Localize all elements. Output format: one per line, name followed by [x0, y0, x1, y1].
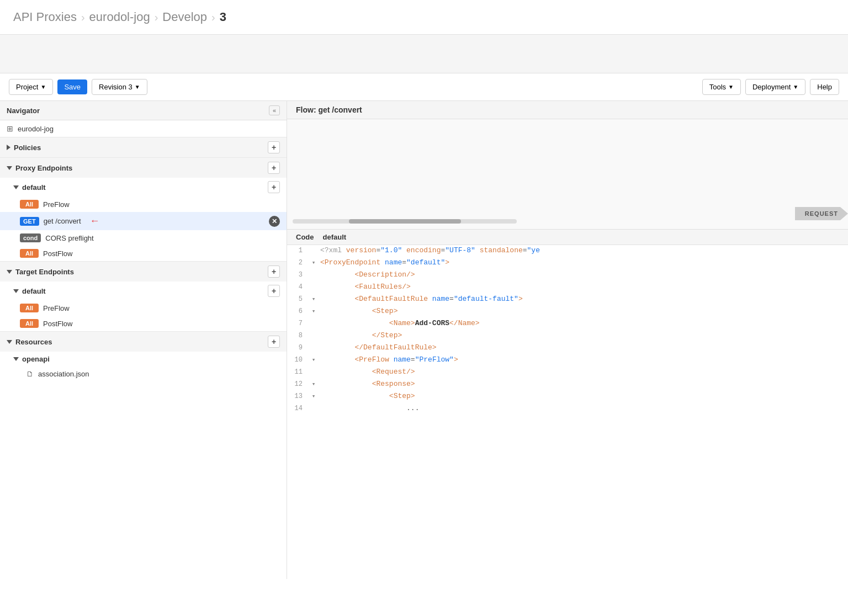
- policies-expand-icon: [7, 145, 10, 150]
- add-policy-button[interactable]: +: [268, 141, 280, 153]
- tools-button[interactable]: Tools ▼: [702, 79, 741, 95]
- file-item-association-json[interactable]: 🗋 association.json: [0, 367, 287, 381]
- deployment-button[interactable]: Deployment ▼: [745, 79, 805, 95]
- nav-section-policies[interactable]: Policies +: [0, 137, 287, 157]
- proxy-endpoints-expand-icon: [7, 166, 12, 170]
- openapi-expand-icon: [13, 357, 19, 361]
- navigator-title: Navigator: [7, 107, 40, 115]
- flow-header: Flow: get /convert: [287, 101, 848, 119]
- breadcrumb-develop[interactable]: Develop: [162, 10, 207, 24]
- code-panel: Flow: get /convert REQUEST Code default …: [287, 101, 848, 579]
- save-button[interactable]: Save: [57, 79, 87, 94]
- nav-openapi[interactable]: openapi: [0, 352, 287, 367]
- proxy-postflow-label: PostFlow: [43, 249, 72, 258]
- code-line-6: 6 ▾ <Step>: [287, 306, 848, 318]
- nav-proxy-default[interactable]: default +: [0, 178, 287, 197]
- horizontal-scrollbar[interactable]: [293, 219, 517, 224]
- badge-all-target-postflow: All: [20, 319, 39, 328]
- proxy-preflow-label: PreFlow: [43, 200, 70, 209]
- resources-expand-icon: [7, 340, 12, 344]
- flow-item-proxy-preflow[interactable]: All PreFlow: [0, 197, 287, 212]
- tools-caret: ▼: [728, 84, 734, 90]
- nav-section-proxy-endpoints[interactable]: Proxy Endpoints +: [0, 157, 287, 178]
- toolbar: Project ▼ Save Revision 3 ▼ Tools ▼ Depl…: [0, 73, 848, 101]
- target-default-expand-icon: [13, 289, 19, 293]
- deployment-caret: ▼: [793, 84, 798, 90]
- code-line-7: 7 <Name>Add-CORS</Name>: [287, 318, 848, 330]
- add-proxy-default-button[interactable]: +: [268, 181, 280, 193]
- cors-preflight-label: CORS preflight: [45, 234, 93, 242]
- badge-cond: cond: [20, 233, 41, 242]
- flow-item-target-postflow[interactable]: All PostFlow: [0, 316, 287, 331]
- flow-item-cors[interactable]: cond CORS preflight: [0, 230, 287, 246]
- badge-all-target-preflow: All: [20, 304, 39, 312]
- badge-get: GET: [20, 217, 39, 226]
- breadcrumb: API Proxies › eurodol-jog › Develop › 3: [0, 0, 848, 35]
- code-label: Code: [296, 233, 314, 241]
- breadcrumb-sep-2: ›: [155, 11, 158, 24]
- code-line-5: 5 ▾ <DefaultFaultRule name="default-faul…: [287, 294, 848, 306]
- association-json-label: association.json: [38, 370, 89, 378]
- revision-caret: ▼: [135, 84, 140, 90]
- grid-icon: ⊞: [7, 124, 13, 133]
- code-header: Code default: [287, 230, 848, 245]
- code-line-1: 1 <?xml version="1.0" encoding="UTF-8" s…: [287, 245, 848, 257]
- scrollbar-thumb: [349, 219, 461, 224]
- code-line-10: 10 ▾ <PreFlow name="PreFlow">: [287, 354, 848, 367]
- code-line-4: 4 <FaultRules/>: [287, 282, 848, 294]
- project-caret: ▼: [40, 84, 46, 90]
- project-button[interactable]: Project ▼: [9, 79, 53, 95]
- target-preflow-label: PreFlow: [43, 304, 70, 312]
- request-label: REQUEST: [795, 207, 848, 220]
- code-line-2: 2 ▾ <ProxyEndpoint name="default">: [287, 257, 848, 269]
- breadcrumb-revision-number: 3: [220, 10, 226, 24]
- close-button[interactable]: ✕: [269, 216, 280, 227]
- code-line-14: 14 ...: [287, 403, 848, 415]
- code-body[interactable]: 1 <?xml version="1.0" encoding="UTF-8" s…: [287, 245, 848, 579]
- code-line-12: 12 ▾ <Response>: [287, 379, 848, 391]
- badge-all-preflow: All: [20, 200, 39, 209]
- flow-item-proxy-postflow[interactable]: All PostFlow: [0, 246, 287, 261]
- add-target-default-button[interactable]: +: [268, 285, 280, 297]
- navigator-collapse-button[interactable]: «: [269, 105, 280, 115]
- code-line-3: 3 <Description/>: [287, 269, 848, 282]
- add-target-endpoint-button[interactable]: +: [268, 265, 280, 278]
- nav-section-target-endpoints[interactable]: Target Endpoints +: [0, 261, 287, 282]
- flow-diagram: REQUEST: [287, 119, 848, 230]
- gray-bar: [0, 35, 848, 73]
- file-icon: 🗋: [26, 370, 34, 378]
- code-line-11: 11 <Request/>: [287, 367, 848, 379]
- breadcrumb-sep-3: ›: [211, 11, 215, 24]
- navigator-header: Navigator «: [0, 101, 287, 120]
- breadcrumb-eurodol-jog[interactable]: eurodol-jog: [89, 10, 150, 24]
- breadcrumb-sep-1: ›: [81, 11, 85, 24]
- proxy-default-expand-icon: [13, 185, 19, 189]
- flow-item-target-preflow[interactable]: All PreFlow: [0, 300, 287, 316]
- default-label: default: [323, 233, 347, 241]
- get-convert-label: get /convert: [44, 217, 81, 225]
- badge-all-postflow: All: [20, 249, 39, 258]
- code-line-13: 13 ▾ <Step>: [287, 391, 848, 403]
- target-postflow-label: PostFlow: [43, 320, 72, 328]
- add-resource-button[interactable]: +: [268, 336, 280, 348]
- target-endpoints-expand-icon: [7, 270, 12, 274]
- navigator-proxy-name[interactable]: ⊞ eurodol-jog: [0, 120, 287, 137]
- code-line-9: 9 </DefaultFaultRule>: [287, 342, 848, 354]
- nav-target-default[interactable]: default +: [0, 282, 287, 300]
- help-button[interactable]: Help: [810, 79, 839, 95]
- add-proxy-endpoint-button[interactable]: +: [268, 162, 280, 174]
- arrow-icon: ←: [90, 215, 100, 227]
- main-layout: Navigator « ⊞ eurodol-jog Policies + Pro…: [0, 101, 848, 579]
- navigator-panel: Navigator « ⊞ eurodol-jog Policies + Pro…: [0, 101, 287, 579]
- flow-item-get-convert[interactable]: GET get /convert ← ✕: [0, 212, 287, 230]
- toolbar-right: Tools ▼ Deployment ▼ Help: [702, 79, 839, 95]
- code-line-8: 8 </Step>: [287, 330, 848, 342]
- revision-button[interactable]: Revision 3 ▼: [92, 79, 147, 95]
- breadcrumb-api-proxies[interactable]: API Proxies: [13, 10, 77, 24]
- nav-section-resources[interactable]: Resources +: [0, 331, 287, 352]
